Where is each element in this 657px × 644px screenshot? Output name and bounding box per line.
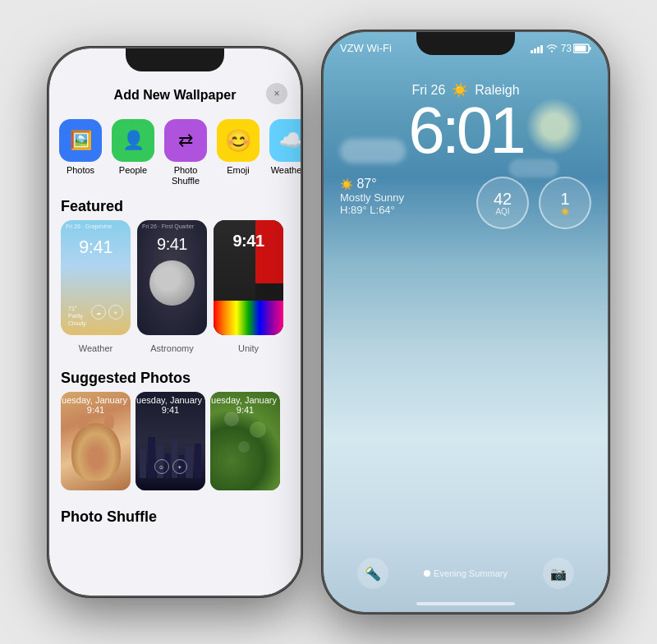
- photos-icon-bg: 🖼️: [59, 119, 102, 162]
- category-people[interactable]: 👤 People: [110, 119, 156, 186]
- photo-card-cat[interactable]: Tuesday, January 99:41: [61, 392, 131, 490]
- photoshuffle-label: Photo Shuffle: [172, 165, 200, 186]
- battery-level: 73: [561, 43, 572, 54]
- wifi-icon: [546, 44, 558, 53]
- featured-row: Fri 26 · Grapevine 9:41 71°PartlyCloudy …: [49, 220, 301, 353]
- modal-close-button[interactable]: ×: [266, 83, 287, 104]
- people-icon-bg: 👤: [112, 119, 154, 162]
- featured-weather-item[interactable]: Fri 26 · Grapevine 9:41 71°PartlyCloudy …: [61, 220, 131, 353]
- uv-icon: ☀️: [560, 207, 570, 216]
- unity-wallpaper-card[interactable]: 9:41: [214, 220, 283, 335]
- photo-cat-item[interactable]: Tuesday, January 99:41: [61, 392, 131, 490]
- weather-condition: Mostly Sunny: [340, 191, 466, 204]
- photo-lily-item[interactable]: Tuesday, January 99:41: [210, 392, 280, 490]
- cloud-decoration-2: [509, 159, 558, 177]
- sun-decoration: [526, 98, 583, 155]
- photos-label: Photos: [67, 165, 94, 176]
- unity-multi-stripe: [214, 301, 283, 335]
- category-photos[interactable]: 🖼️ Photos: [57, 119, 103, 186]
- lockscreen: VZW Wi-Fi: [324, 32, 608, 612]
- people-label: People: [119, 165, 147, 176]
- right-phone: VZW Wi-Fi: [322, 30, 609, 614]
- signal-bars-icon: [531, 44, 543, 53]
- signal-bar-2: [534, 48, 536, 53]
- left-screen-content: Add New Wallpaper × 🖼️ Photos: [49, 48, 301, 596]
- modal-header: Add New Wallpaper ×: [49, 78, 301, 109]
- evening-summary-dot: [424, 570, 430, 577]
- weather-wallpaper-card[interactable]: Fri 26 · Grapevine 9:41 71°PartlyCloudy …: [61, 220, 131, 335]
- lockscreen-bottom-bar: 🔦 Evening Summary 📷: [324, 558, 608, 589]
- left-phone: Add New Wallpaper × 🖼️ Photos: [48, 47, 302, 597]
- category-emoji[interactable]: 😊 Emoji: [215, 119, 261, 186]
- scene: Add New Wallpaper × 🖼️ Photos: [31, 14, 626, 630]
- cat-overlay-time: Tuesday, January 99:41: [61, 395, 131, 415]
- uv-widget: 1 ☀️: [539, 177, 591, 229]
- unity-red-stripe: [255, 220, 283, 283]
- svg-rect-2: [575, 45, 586, 51]
- weather-widget: ☀️ 87° Mostly Sunny H:89° L:64°: [340, 177, 466, 216]
- flashlight-icon: 🔦: [357, 558, 388, 589]
- city-overlay-time: Tuesday, January 99:41: [136, 395, 205, 415]
- aqi-label: AQI: [495, 207, 509, 216]
- signal-bar-1: [531, 50, 533, 53]
- aqi-value: 42: [494, 191, 512, 207]
- evening-summary-button[interactable]: Evening Summary: [424, 568, 508, 578]
- photoshuffle-icon-bg: ⇄: [164, 119, 207, 162]
- featured-astronomy-item[interactable]: Fri 26 · First Quarter 9:41 Astronomy: [137, 220, 207, 353]
- svg-rect-1: [590, 47, 591, 50]
- flashlight-button[interactable]: 🔦: [357, 558, 388, 589]
- photo-card-lily[interactable]: Tuesday, January 99:41: [210, 392, 280, 490]
- unity-card-label: Unity: [238, 343, 259, 353]
- featured-section-title: Featured: [49, 190, 301, 220]
- photo-card-city[interactable]: Tuesday, January 99:41 ⊙ ☀: [136, 392, 205, 490]
- cloud-decoration-1: [340, 139, 406, 163]
- weather-card-label: Weather: [79, 343, 113, 353]
- camera-icon: 📷: [543, 558, 574, 589]
- weather-temp: ☀️ 87°: [340, 177, 466, 191]
- lockscreen-widgets-row: ☀️ 87° Mostly Sunny H:89° L:64° 4: [324, 177, 608, 229]
- right-phone-notch: [420, 32, 511, 53]
- camera-button[interactable]: 📷: [543, 558, 574, 589]
- right-phone-screen: VZW Wi-Fi: [324, 32, 608, 612]
- lockscreen-time: 6:01: [408, 98, 523, 163]
- featured-unity-item[interactable]: 9:41 Unity: [214, 220, 283, 353]
- weather-high-low: H:89° L:64°: [340, 204, 466, 216]
- weather-icon-bg: ☁️: [269, 119, 301, 162]
- uv-value: 1: [560, 191, 569, 207]
- evening-summary-label: Evening Summary: [424, 568, 508, 578]
- signal-bar-4: [540, 45, 543, 53]
- status-right: 73: [531, 43, 591, 54]
- photo-city-item[interactable]: Tuesday, January 99:41 ⊙ ☀: [136, 392, 205, 490]
- signal-bar-3: [537, 47, 540, 53]
- modal-title: Add New Wallpaper: [114, 88, 237, 103]
- astronomy-card-label: Astronomy: [150, 343, 194, 353]
- photo-shuffle-title: Photo Shuffle: [49, 500, 301, 531]
- left-phone-screen: Add New Wallpaper × 🖼️ Photos: [49, 48, 301, 596]
- circle-widgets: 42 AQI 1 ☀️: [476, 177, 591, 229]
- battery-icon: 73: [561, 43, 591, 54]
- emoji-label: Emoji: [227, 165, 250, 176]
- category-photoshuffle[interactable]: ⇄ Photo Shuffle: [163, 119, 209, 186]
- category-row: 🖼️ Photos 👤 People ⇄: [49, 109, 301, 190]
- battery-shape: [573, 44, 591, 53]
- home-indicator: [416, 602, 515, 605]
- astronomy-wallpaper-card[interactable]: Fri 26 · First Quarter 9:41: [137, 220, 207, 335]
- status-bar: VZW Wi-Fi: [324, 32, 608, 58]
- carrier-label: VZW Wi-Fi: [340, 42, 392, 54]
- category-weather[interactable]: ☁️ Weathe…: [268, 119, 301, 186]
- aqi-widget: 42 AQI: [476, 177, 529, 229]
- emoji-icon-bg: 😊: [217, 119, 260, 162]
- weather-label: Weathe…: [271, 165, 301, 176]
- suggested-photos-title: Suggested Photos: [49, 361, 301, 392]
- photos-grid: Tuesday, January 99:41: [49, 392, 301, 490]
- lily-overlay-time: Tuesday, January 99:41: [210, 395, 280, 415]
